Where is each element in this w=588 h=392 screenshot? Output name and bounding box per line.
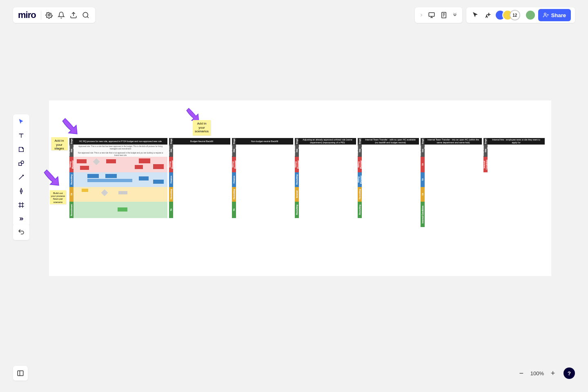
flow-node[interactable]	[135, 165, 143, 169]
notes-icon[interactable]	[438, 9, 450, 21]
share-button[interactable]: Share	[538, 9, 571, 21]
flow-node[interactable]	[153, 164, 164, 169]
settings-icon[interactable]	[43, 9, 55, 21]
help-button[interactable]: ?	[564, 368, 575, 379]
row-yellow-0[interactable]	[74, 187, 167, 202]
avatar-me[interactable]	[525, 10, 536, 20]
flow-node[interactable]	[106, 159, 116, 163]
bell-icon[interactable]	[55, 9, 67, 21]
vtab-alt2: Sourcer	[295, 187, 299, 202]
sticky-scenarios[interactable]: Add in your scenarios	[193, 120, 211, 136]
vtab-stage: Stage	[421, 138, 425, 145]
swimlane-col-3[interactable]: Stage What does this mean? Hiring Manage…	[295, 138, 356, 218]
zoom-level[interactable]: 100%	[529, 370, 546, 376]
row-blue-0[interactable]	[74, 172, 167, 187]
vtab-r1: Hiring Manager	[69, 157, 74, 172]
panel-toggle-icon[interactable]	[13, 366, 28, 381]
svg-rect-6	[18, 371, 23, 376]
sticky-stages[interactable]: Add in your stages	[51, 137, 67, 150]
flow-node[interactable]	[87, 174, 99, 178]
lane-header-1: Budget-Neutral Backfill	[173, 138, 230, 145]
avatar-count[interactable]: 12	[510, 10, 520, 20]
flow-node[interactable]	[87, 179, 132, 182]
divider	[41, 11, 41, 20]
vtab-r1: Hiring Manager	[232, 157, 236, 172]
shapes-tool-icon[interactable]	[16, 159, 27, 167]
vtab-r1: Hiring Manager	[295, 157, 299, 172]
collab-group: 12 Share	[466, 7, 575, 23]
text-tool-icon[interactable]	[16, 131, 27, 140]
vtab-r2: Recruiting	[169, 187, 173, 202]
arrow-icon-1	[59, 116, 80, 136]
lane-header-0: HC RQ process for new role, approved in …	[74, 138, 167, 145]
flow-node[interactable]	[153, 180, 164, 184]
more-tools-icon[interactable]	[16, 215, 27, 223]
frame-tool-icon[interactable]	[16, 201, 27, 209]
vtab-r4: Recruiting	[358, 202, 362, 218]
connector-tool-icon[interactable]	[16, 173, 27, 181]
svg-rect-2	[429, 13, 434, 16]
lane-header-3: Adjusting an already approved unhired ro…	[299, 138, 356, 145]
topbar-left: miro	[13, 7, 95, 23]
vtab-what: What does this mean?	[295, 145, 299, 157]
flow-node[interactable]	[105, 174, 117, 178]
board-canvas[interactable]: Add in your stages Add in your scenarios…	[49, 100, 551, 276]
sticky-build[interactable]: Build out your process flows per scenari…	[50, 190, 66, 204]
more-chevrons-icon[interactable]	[450, 9, 460, 21]
vtab-r3: TA	[421, 187, 425, 202]
vtab-stage: Stage	[358, 138, 362, 145]
search-icon[interactable]	[80, 9, 92, 21]
select-tool-icon[interactable]	[16, 118, 27, 126]
vtab-r2: Recruiting	[232, 187, 236, 202]
flow-decision[interactable]	[93, 158, 100, 165]
vtab-ext: Internal Candidate	[421, 202, 425, 227]
topbar-right: 12 Share	[415, 7, 575, 23]
vtab-what: What does this mean?	[69, 145, 74, 157]
swimlane-col-4[interactable]: Stage What does this mean? Hiring Manage…	[358, 138, 419, 218]
vtab-stage: Stage	[69, 138, 74, 145]
swimlane-col-6[interactable]: Stage What does this mean? Internal Cand…	[483, 138, 545, 172]
present-icon[interactable]	[425, 9, 438, 21]
swimlane-col-2[interactable]: Stage What does this mean? Hiring Manage…	[232, 138, 293, 218]
export-icon[interactable]	[67, 9, 80, 21]
flow-node[interactable]	[139, 158, 150, 163]
vtab-what: What does this mean?	[169, 145, 173, 157]
flow-node[interactable]	[80, 166, 89, 170]
pen-tool-icon[interactable]	[16, 187, 27, 195]
swimlane-col-0[interactable]: Stage What does this mean? Hiring Manage…	[69, 138, 167, 218]
avatars[interactable]: 12	[495, 10, 520, 20]
row-green-0[interactable]	[74, 202, 167, 218]
sticky-tool-icon[interactable]	[16, 145, 27, 154]
vtab-r2: Recruiting	[69, 172, 74, 187]
flow-node[interactable]	[82, 189, 88, 192]
vtab-ext: Internal Candidate	[483, 157, 488, 172]
vtab-stage: Stage	[483, 138, 488, 145]
row-red-0[interactable]	[74, 157, 167, 172]
lane-header-5: Internal Team Transfer - into an open HC…	[425, 138, 482, 145]
vtab-stage: Stage	[232, 138, 236, 145]
swimlane-col-1[interactable]: Stage What does this mean? Hiring Manage…	[169, 138, 230, 218]
miro-logo[interactable]: miro	[16, 10, 39, 20]
lane-desc-0: Approved role: This is a role that has b…	[74, 145, 167, 157]
chevron-right-icon[interactable]	[417, 9, 425, 21]
flow-node[interactable]	[77, 159, 87, 163]
vtab-r3: Recruiting	[358, 187, 362, 202]
cursor-icon[interactable]	[470, 9, 480, 21]
svg-point-0	[48, 14, 50, 16]
vtab-r2: TA	[421, 172, 425, 187]
vtab-r1: Hiring Manager	[358, 157, 362, 172]
zoom-in-button[interactable]: +	[547, 368, 559, 379]
desc-line-1: Approved role: This is a role that has b…	[74, 145, 167, 151]
flow-node[interactable]	[139, 176, 149, 180]
svg-point-1	[83, 12, 88, 17]
flow-node[interactable]	[118, 191, 127, 194]
flow-node[interactable]	[118, 207, 127, 212]
flow-decision[interactable]	[101, 189, 108, 196]
swimlane-col-5[interactable]: Stage What does this mean? TA TA TA Inte…	[421, 138, 482, 227]
undo-button[interactable]	[13, 224, 29, 240]
lane-header-2: Non-budget-neutral Backfill	[236, 138, 293, 145]
zoom-out-button[interactable]: −	[516, 368, 527, 379]
vtab-r4: Recruiting	[295, 202, 299, 218]
vtab-r3: TA	[232, 202, 236, 218]
reactions-icon[interactable]	[483, 9, 492, 21]
